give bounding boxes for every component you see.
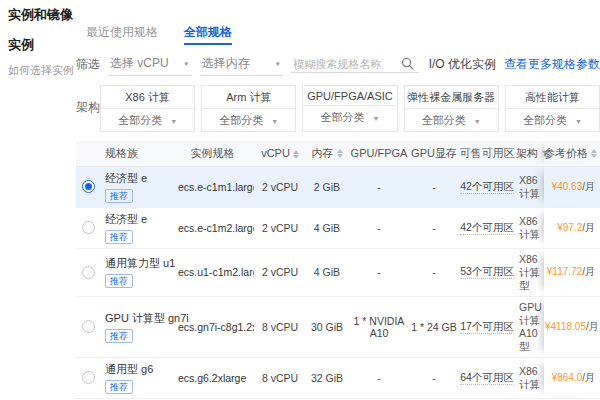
table-row[interactable]: 通用算力型 u1 推荐 ecs.u1-c1m2.large 2 vCPU 4 G… [76, 248, 600, 296]
col-gpu-header: GPU/FPGA [348, 141, 410, 166]
price-unit: /月 [586, 321, 599, 332]
chevron-down-icon: ▼ [274, 61, 281, 67]
gpu-value: - [348, 207, 410, 248]
col-vcpu-label: vCPU [261, 147, 290, 159]
chevron-down-icon: ▼ [271, 118, 278, 125]
sidebar-item-instance: 实例 [8, 36, 74, 54]
table-row[interactable]: GPU 计算型 gn7i 推荐 ecs.gn7i-c8g1.2xlarge 8 … [76, 296, 600, 357]
sort-icon[interactable] [293, 150, 299, 159]
tab-all-specs[interactable]: 全部规格 [184, 24, 232, 45]
col-radio-header [76, 141, 101, 166]
family-name: 经济型 e [105, 171, 170, 186]
arch-card-hpc[interactable]: 高性能计算 全部分类▼ [505, 85, 600, 132]
zones-link[interactable]: 42个可用区 [460, 180, 514, 194]
zones-link[interactable]: 53个可用区 [460, 265, 514, 279]
arch-card-subselect[interactable]: 全部分类▼ [405, 109, 498, 131]
table-row[interactable]: 经济型 e 推荐 ecs.e-c1m2.large 2 vCPU 4 GiB -… [76, 207, 600, 248]
arch-card-title[interactable]: X86 计算 [101, 86, 194, 109]
sort-icon[interactable] [337, 149, 343, 158]
price-unit: /月 [582, 181, 595, 192]
family-name: GPU 计算型 gn7i [105, 311, 170, 326]
architecture-filter: 架构 X86 计算 全部分类▼ Arm 计算 全部分类▼ GPU/FPGA/AS… [76, 85, 600, 132]
arch-card-title[interactable]: 弹性裸金属服务器 [405, 86, 498, 109]
col-memory-header[interactable]: 内存 [306, 141, 348, 166]
tab-recent-specs[interactable]: 最近使用规格 [86, 24, 158, 45]
arch-card-title[interactable]: GPU/FPGA/ASIC [303, 86, 396, 106]
price-unit: /月 [582, 372, 595, 383]
recommend-badge: 推荐 [105, 274, 133, 288]
more-spec-params-link[interactable]: 查看更多规格参数 [504, 56, 600, 73]
price-unit: /月 [582, 266, 595, 277]
arch-card-subselect[interactable]: 全部分类▼ [101, 109, 194, 131]
row-radio[interactable] [82, 320, 95, 333]
memory-select-value: 选择内存 [202, 55, 250, 72]
gpu-value: - [348, 166, 410, 207]
table-row[interactable]: 通用型 g6 推荐 ecs.g6.2xlarge 8 vCPU 32 GiB -… [76, 357, 600, 398]
zones-link[interactable]: 42个可用区 [460, 221, 514, 235]
arch-card-subselect[interactable]: 全部分类▼ [303, 106, 396, 128]
arch-sub-value: 全部分类 [219, 114, 263, 126]
arch-card-title[interactable]: Arm 计算 [202, 86, 295, 109]
gpu-memory-value: 1 * 24 GB [410, 296, 458, 357]
price-cell: ¥864.0/月 [544, 357, 600, 398]
vcpu-select[interactable]: 选择 vCPU ▼ [108, 52, 192, 76]
row-radio[interactable] [82, 221, 95, 234]
chevron-down-icon: ▼ [183, 61, 190, 67]
arch-sub-value: 全部分类 [118, 114, 162, 126]
zones-link[interactable]: 64个可用区 [460, 371, 514, 385]
search-input[interactable] [293, 58, 401, 70]
row-radio[interactable] [82, 266, 95, 279]
row-radio[interactable] [82, 371, 95, 384]
col-arch-header[interactable]: 架构 [516, 141, 544, 166]
arch-value: X86 计算 [516, 207, 544, 248]
arch-card-subselect[interactable]: 全部分类▼ [202, 109, 295, 131]
gpu-value: - [348, 357, 410, 398]
table-row[interactable]: 经济型 e 推荐 ecs.e-c1m1.large 2 vCPU 2 GiB -… [76, 166, 600, 207]
recommend-badge: 推荐 [105, 329, 133, 343]
instance-spec: ecs.e-c1m2.large [171, 207, 254, 248]
col-spec-header: 实例规格 [171, 141, 254, 166]
price-cell: ¥40.63/月 [544, 166, 600, 207]
arch-card-subselect[interactable]: 全部分类▼ [506, 109, 599, 131]
memory-select[interactable]: 选择内存 ▼ [200, 52, 284, 76]
architecture-label: 架构 [76, 85, 100, 132]
left-sidebar: 实例 如何选择实例 [8, 36, 74, 78]
arch-value: X86 计算型 [516, 248, 544, 296]
vcpu-value: 8 vCPU [254, 357, 306, 398]
sort-icon[interactable] [591, 149, 597, 158]
sidebar-link-how-to-choose[interactable]: 如何选择实例 [8, 63, 74, 78]
arch-sub-value: 全部分类 [523, 114, 567, 126]
arch-value: X86 计算 [516, 357, 544, 398]
family-name: 通用算力型 u1 [105, 256, 170, 271]
zones-link[interactable]: 17个可用区 [460, 320, 514, 334]
vcpu-value: 2 vCPU [254, 166, 306, 207]
instance-spec: ecs.g6.2xlarge [171, 357, 254, 398]
search-icon[interactable] [401, 57, 414, 70]
price-cell: ¥117.72/月 [544, 248, 600, 296]
arch-card-title[interactable]: 高性能计算 [506, 86, 599, 109]
arch-card-gpu-fpga-asic[interactable]: GPU/FPGA/ASIC 全部分类▼ [302, 85, 397, 132]
gpu-memory-value: - [410, 166, 458, 207]
spec-search-box [291, 55, 418, 73]
gpu-memory-value: - [410, 357, 458, 398]
vcpu-value: 8 vCPU [254, 296, 306, 357]
arch-value: GPU计算 A10型 [516, 296, 544, 357]
arch-card-baremetal[interactable]: 弹性裸金属服务器 全部分类▼ [404, 85, 499, 132]
col-price-label: 参考价格 [544, 147, 588, 159]
memory-value: 30 GiB [306, 296, 348, 357]
col-vcpu-header[interactable]: vCPU [254, 141, 306, 166]
instance-spec: ecs.e-c1m1.large [171, 166, 254, 207]
row-radio[interactable] [82, 180, 95, 193]
architecture-cards: X86 计算 全部分类▼ Arm 计算 全部分类▼ GPU/FPGA/ASIC … [100, 85, 600, 132]
arch-card-arm[interactable]: Arm 计算 全部分类▼ [201, 85, 296, 132]
col-zones-header: 可售可用区 [458, 141, 516, 166]
family-name: 经济型 e [105, 212, 170, 227]
gpu-memory-value: - [410, 207, 458, 248]
memory-value: 4 GiB [306, 248, 348, 296]
chevron-down-icon: ▼ [170, 118, 177, 125]
price-value: ¥97.2 [557, 222, 582, 233]
arch-card-x86[interactable]: X86 计算 全部分类▼ [100, 85, 195, 132]
arch-sub-value: 全部分类 [422, 114, 466, 126]
col-price-header[interactable]: 参考价格 [544, 141, 600, 166]
table-header-row: 规格族 实例规格 vCPU 内存 GPU/FPGA GPU显存 可售可用区 架构… [76, 141, 600, 166]
